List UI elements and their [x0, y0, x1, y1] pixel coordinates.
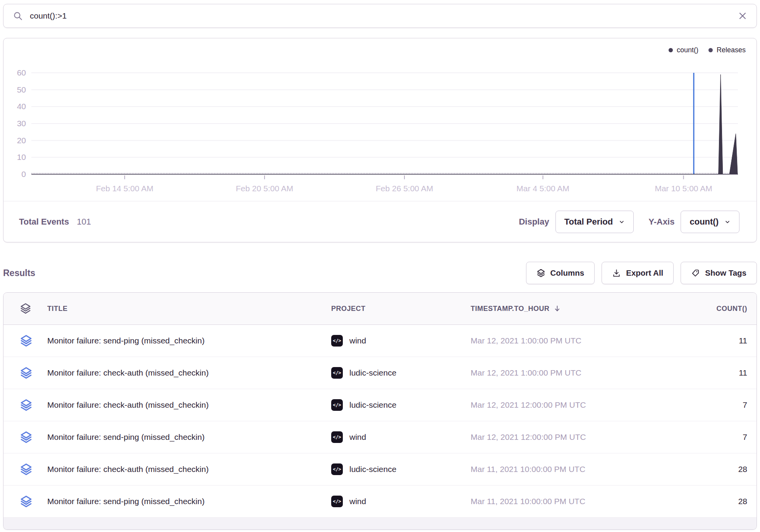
table-footer — [3, 518, 757, 529]
row-icon-cell — [10, 334, 47, 348]
row-timestamp: Mar 12, 2021 12:00:00 PM UTC — [471, 400, 660, 410]
project-name: ludic-science — [349, 368, 396, 378]
y-axis-tick-label: 50 — [17, 85, 26, 94]
results-header: Results ColumnsExport AllShow Tags — [3, 261, 757, 285]
x-axis-tick-label: Mar 4 5:00 AM — [516, 184, 569, 193]
x-axis-tick-label: Mar 10 5:00 AM — [655, 184, 712, 193]
project-name: wind — [349, 497, 366, 506]
table-row[interactable]: Monitor failure: check-auth (missed_chec… — [3, 357, 757, 389]
x-axis-tick-label: Feb 14 5:00 AM — [96, 184, 153, 193]
columns-button[interactable]: Columns — [526, 262, 595, 284]
button-label: Columns — [550, 268, 585, 278]
table-row[interactable]: Monitor failure: send-ping (missed_check… — [3, 486, 757, 518]
clear-search-button[interactable] — [736, 10, 749, 22]
search-icon — [13, 11, 23, 21]
table-row[interactable]: Monitor failure: check-auth (missed_chec… — [3, 453, 757, 486]
chart-panel: count()Releases 0102030405060Feb 14 5:00… — [3, 38, 757, 242]
stack-icon — [20, 398, 33, 412]
search-bar — [3, 4, 757, 28]
row-count: 11 — [739, 368, 747, 378]
table-row[interactable]: Monitor failure: send-ping (missed_check… — [3, 325, 757, 357]
display-select[interactable]: Total Period — [555, 211, 634, 233]
row-title[interactable]: Monitor failure: send-ping (missed_check… — [47, 497, 331, 506]
tag-icon — [691, 269, 700, 278]
layers-icon — [536, 269, 545, 278]
legend-label: Releases — [717, 46, 746, 54]
row-timestamp: Mar 12, 2021 1:00:00 PM UTC — [471, 336, 660, 345]
row-project: </> wind — [331, 496, 471, 507]
project-name: wind — [349, 336, 366, 345]
row-count: 28 — [738, 465, 747, 474]
stack-icon — [20, 494, 33, 509]
row-title[interactable]: Monitor failure: send-ping (missed_check… — [47, 432, 331, 442]
legend-item[interactable]: Releases — [708, 46, 746, 54]
column-header-timestamp-label: TIMESTAMP.TO_HOUR — [471, 305, 550, 313]
row-title[interactable]: Monitor failure: check-auth (missed_chec… — [47, 465, 331, 474]
row-project: </> ludic-science — [331, 399, 471, 411]
legend-item[interactable]: count() — [669, 46, 698, 54]
header-icon-cell — [10, 302, 47, 315]
row-timestamp: Mar 11, 2021 10:00:00 PM UTC — [471, 497, 660, 506]
platform-icon: </> — [331, 335, 343, 347]
legend-dot-icon — [669, 48, 673, 52]
row-icon-cell — [10, 366, 47, 380]
row-title[interactable]: Monitor failure: check-auth (missed_chec… — [47, 400, 331, 410]
platform-icon: </> — [331, 463, 343, 475]
row-title[interactable]: Monitor failure: send-ping (missed_check… — [47, 336, 331, 345]
results-actions: ColumnsExport AllShow Tags — [526, 262, 757, 284]
chevron-down-icon — [724, 219, 731, 225]
y-axis-tick-label: 10 — [17, 153, 26, 161]
stack-icon — [20, 462, 33, 477]
row-icon-cell — [10, 398, 47, 412]
show-tags-button[interactable]: Show Tags — [681, 262, 757, 284]
y-axis-tick-label: 30 — [17, 119, 26, 128]
results-heading: Results — [3, 268, 35, 278]
table-row[interactable]: Monitor failure: send-ping (missed_check… — [3, 421, 757, 453]
row-icon-cell — [10, 462, 47, 477]
row-icon-cell — [10, 430, 47, 444]
row-project: </> wind — [331, 431, 471, 443]
chart-legend: count()Releases — [669, 46, 746, 54]
row-project: </> wind — [331, 335, 471, 347]
stack-icon — [20, 334, 33, 348]
platform-icon: </> — [331, 496, 343, 507]
button-label: Show Tags — [705, 268, 746, 278]
export-all-button[interactable]: Export All — [602, 262, 674, 284]
row-count: 28 — [738, 497, 747, 506]
column-header-count[interactable]: COUNT() — [717, 305, 747, 313]
row-icon-cell — [10, 494, 47, 509]
project-name: ludic-science — [349, 400, 396, 410]
row-timestamp: Mar 11, 2021 10:00:00 PM UTC — [471, 465, 660, 474]
total-events-value: 101 — [77, 217, 91, 227]
y-axis-tick-label: 60 — [17, 68, 26, 77]
table-row[interactable]: Monitor failure: check-auth (missed_chec… — [3, 389, 757, 421]
platform-icon: </> — [331, 431, 343, 443]
stack-icon — [20, 302, 31, 315]
y-axis-tick-label: 0 — [21, 170, 26, 178]
results-table: TITLE PROJECT TIMESTAMP.TO_HOUR COUNT() … — [3, 292, 757, 530]
row-project: </> ludic-science — [331, 463, 471, 475]
yaxis-select[interactable]: count() — [681, 211, 739, 233]
search-input[interactable] — [29, 11, 736, 21]
x-axis-tick-label: Feb 26 5:00 AM — [376, 184, 433, 193]
total-events-label: Total Events — [19, 217, 69, 227]
stack-icon — [20, 430, 33, 444]
display-label: Display — [519, 217, 549, 227]
legend-label: count() — [677, 46, 698, 54]
column-header-title[interactable]: TITLE — [47, 305, 331, 313]
platform-icon: </> — [331, 399, 343, 411]
row-title[interactable]: Monitor failure: check-auth (missed_chec… — [47, 368, 331, 378]
column-header-timestamp[interactable]: TIMESTAMP.TO_HOUR — [471, 305, 660, 313]
row-project: </> ludic-science — [331, 367, 471, 379]
project-name: ludic-science — [349, 465, 396, 474]
yaxis-select-value: count() — [690, 217, 719, 227]
column-header-project[interactable]: PROJECT — [331, 305, 471, 313]
row-timestamp: Mar 12, 2021 12:00:00 PM UTC — [471, 432, 660, 442]
row-count: 7 — [743, 432, 747, 442]
stack-icon — [20, 366, 33, 380]
legend-dot-icon — [708, 48, 713, 52]
platform-icon: </> — [331, 367, 343, 379]
y-axis-tick-label: 20 — [17, 136, 26, 145]
chevron-down-icon — [619, 219, 625, 225]
yaxis-label: Y-Axis — [648, 217, 674, 227]
